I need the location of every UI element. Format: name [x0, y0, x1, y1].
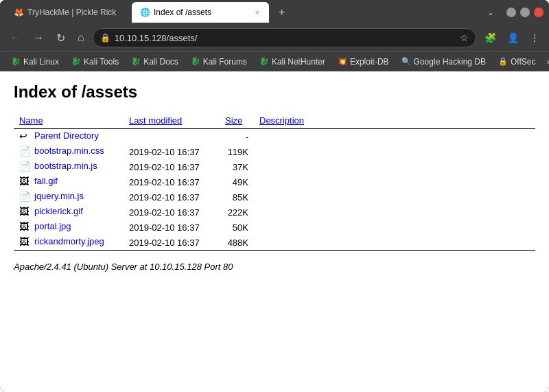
file-link[interactable]: rickandmorty.jpeg	[34, 236, 104, 246]
back-button[interactable]: ←	[5, 29, 25, 47]
file-desc-cell	[254, 235, 535, 251]
file-icon: 🖼	[19, 221, 32, 233]
file-icon: 🖼	[19, 176, 32, 188]
file-icon: 📄	[19, 146, 32, 158]
page-content: Index of /assets Name Last modified Size…	[0, 71, 549, 392]
file-icon: 📄	[19, 191, 32, 203]
file-link[interactable]: Parent Directory	[34, 130, 99, 141]
file-link[interactable]: bootstrap.min.js	[34, 161, 97, 171]
bookmark-kali-linux[interactable]: 🐉 Kali Linux	[5, 55, 65, 69]
table-row: 📄bootstrap.min.css2019-02-10 16:37119K	[14, 144, 535, 159]
tab-menu-button[interactable]: ⌄	[483, 8, 498, 17]
bookmark-offsec[interactable]: 🔒 OffSec	[493, 55, 541, 69]
file-desc-cell	[254, 144, 535, 159]
sort-by-modified-link[interactable]: Last modified	[129, 115, 182, 126]
tab-assets-label: Index of /assets	[154, 8, 211, 17]
file-modified-cell: 2019-02-10 16:37	[124, 189, 220, 205]
file-modified-cell: 2019-02-10 16:37	[124, 159, 220, 174]
file-link[interactable]: picklerick.gif	[34, 206, 83, 216]
kali-forums-favicon: 🐉	[191, 57, 200, 66]
file-name-cell: 🖼fail.gif	[14, 174, 124, 189]
file-name-cell: 📄bootstrap.min.css	[14, 144, 124, 159]
file-name-cell: ↩Parent Directory	[14, 129, 124, 145]
minimize-button[interactable]	[506, 8, 516, 17]
bookmark-exploit-db[interactable]: 💥 Exploit-DB	[332, 55, 395, 69]
file-size-cell: 37K	[220, 159, 254, 174]
bookmark-kali-tools[interactable]: 🐉 Kali Tools	[66, 55, 124, 69]
file-modified-cell: 2019-02-10 16:37	[124, 205, 220, 220]
bookmark-kali-docs[interactable]: 🐉 Kali Docs	[126, 55, 184, 69]
file-desc-cell	[254, 220, 535, 235]
file-size-cell: 222K	[220, 205, 254, 220]
sort-by-name-link[interactable]: Name	[19, 115, 43, 126]
file-link[interactable]: jquery.min.js	[34, 191, 84, 201]
th-name: Name	[14, 113, 124, 129]
file-modified-cell: 2019-02-10 16:37	[124, 220, 220, 235]
file-name-cell: 📄jquery.min.js	[14, 189, 124, 205]
table-row: ↩Parent Directory-	[14, 129, 535, 145]
browser-window: 🦊 TryHackMe | Pickle Rick 🌐 Index of /as…	[0, 0, 549, 392]
bookmark-kali-docs-label: Kali Docs	[143, 57, 178, 67]
tab-tryhackme-label: TryHackMe | Pickle Rick	[27, 8, 116, 17]
page-title: Index of /assets	[14, 82, 535, 102]
bookmark-kali-forums-label: Kali Forums	[203, 57, 247, 67]
maximize-button[interactable]	[520, 8, 530, 17]
home-button[interactable]: ⌂	[73, 29, 89, 47]
file-size-cell: -	[220, 129, 254, 145]
address-text: 10.10.15.128/assets/	[115, 33, 198, 43]
bookmark-offsec-label: OffSec	[511, 57, 535, 67]
tab-assets-favicon: 🌐	[140, 8, 150, 17]
bookmark-google-hacking-db[interactable]: 🔍 Google Hacking DB	[396, 55, 491, 69]
file-modified-cell	[124, 129, 220, 145]
profile-button[interactable]: 👤	[503, 30, 523, 46]
file-name-cell: 🖼rickandmorty.jpeg	[14, 235, 124, 251]
file-desc-cell	[254, 129, 535, 145]
bookmarks-bar: 🐉 Kali Linux 🐉 Kali Tools 🐉 Kali Docs 🐉 …	[0, 51, 549, 71]
file-link[interactable]: portal.jpg	[34, 221, 71, 231]
file-modified-cell: 2019-02-10 16:37	[124, 144, 220, 159]
file-desc-cell	[254, 174, 535, 189]
th-description: Description	[254, 113, 535, 129]
table-row: 🖼fail.gif2019-02-10 16:3749K	[14, 174, 535, 189]
file-size-cell: 85K	[220, 189, 254, 205]
kali-docs-favicon: 🐉	[131, 57, 141, 66]
forward-button[interactable]: →	[29, 29, 48, 47]
bookmark-star-icon[interactable]: ☆	[460, 32, 469, 43]
tab-tryhackme[interactable]: 🦊 TryHackMe | Pickle Rick	[5, 2, 129, 23]
address-bar[interactable]: 🔒 10.10.15.128/assets/ ☆	[93, 28, 476, 47]
tab-assets[interactable]: 🌐 Index of /assets ×	[132, 2, 269, 23]
kali-nethunter-favicon: 🐉	[259, 57, 269, 66]
bookmark-kali-nethunter[interactable]: 🐉 Kali NetHunter	[254, 55, 331, 69]
file-link[interactable]: bootstrap.min.css	[34, 146, 104, 156]
offsec-favicon: 🔒	[498, 57, 508, 66]
file-desc-cell	[254, 189, 535, 205]
bookmark-google-hacking-label: Google Hacking DB	[414, 57, 486, 67]
table-row: 📄bootstrap.min.js2019-02-10 16:3737K	[14, 159, 535, 174]
file-size-cell: 49K	[220, 174, 254, 189]
server-info: Apache/2.4.41 (Ubuntu) Server at 10.10.1…	[14, 262, 535, 272]
bookmarks-more-button[interactable]: »	[542, 55, 549, 69]
table-row: 🖼rickandmorty.jpeg2019-02-10 16:37488K	[14, 235, 535, 251]
google-hacking-favicon: 🔍	[401, 57, 411, 66]
kali-tools-favicon: 🐉	[71, 57, 81, 66]
file-size-cell: 50K	[220, 220, 254, 235]
refresh-button[interactable]: ↻	[52, 29, 69, 47]
bookmark-kali-linux-label: Kali Linux	[23, 57, 59, 67]
tab-close-button[interactable]: ×	[254, 7, 261, 18]
file-name-cell: 🖼portal.jpg	[14, 220, 124, 235]
title-bar: 🦊 TryHackMe | Pickle Rick 🌐 Index of /as…	[0, 0, 549, 25]
file-link[interactable]: fail.gif	[34, 176, 58, 186]
bookmark-kali-forums[interactable]: 🐉 Kali Forums	[185, 55, 253, 69]
new-tab-button[interactable]: +	[274, 6, 289, 19]
extensions-button[interactable]: 🧩	[480, 30, 500, 46]
file-icon: 🖼	[19, 206, 32, 218]
file-modified-cell: 2019-02-10 16:37	[124, 174, 220, 189]
file-size-cell: 488K	[220, 235, 254, 251]
table-row: 🖼portal.jpg2019-02-10 16:3750K	[14, 220, 535, 235]
window-controls	[506, 8, 544, 17]
browser-menu-button[interactable]: ⋮	[526, 30, 544, 46]
sort-by-desc-link[interactable]: Description	[259, 115, 304, 126]
table-footer-cell	[14, 251, 535, 254]
close-button[interactable]	[534, 8, 544, 17]
sort-by-size-link[interactable]: Size	[225, 115, 242, 126]
